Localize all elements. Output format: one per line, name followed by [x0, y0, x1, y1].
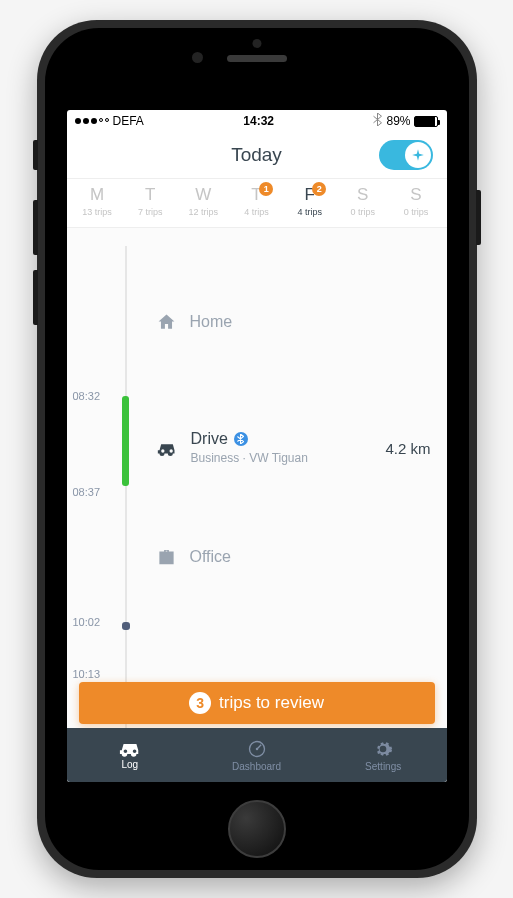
- review-count-badge: 3: [189, 692, 211, 714]
- drive-segment: [122, 396, 129, 486]
- day-tue[interactable]: T 7 trips: [124, 185, 177, 217]
- front-camera: [192, 52, 203, 63]
- trip-label: Drive: [191, 430, 228, 448]
- clock: 14:32: [243, 114, 274, 128]
- day-thu[interactable]: T 4 trips 1: [230, 185, 283, 217]
- tab-log[interactable]: Log: [67, 728, 194, 782]
- tab-bar: Log Dashboard Settings: [67, 728, 447, 782]
- svg-point-1: [255, 747, 258, 750]
- battery-pct: 89%: [386, 114, 410, 128]
- battery-icon: [414, 116, 438, 127]
- tab-dashboard[interactable]: Dashboard: [193, 728, 320, 782]
- review-banner[interactable]: 3 trips to review: [79, 682, 435, 724]
- bluetooth-badge-icon: [234, 432, 248, 446]
- status-bar: DEFA 14:32 89%: [67, 110, 447, 132]
- day-sat[interactable]: S 0 trips: [336, 185, 389, 217]
- location-icon: [411, 148, 425, 162]
- time-label: 08:32: [73, 390, 101, 402]
- earpiece: [227, 55, 287, 62]
- timeline-trip-drive[interactable]: Drive Business · VW Tiguan 4.2 km: [157, 430, 431, 466]
- tab-settings[interactable]: Settings: [320, 728, 447, 782]
- mute-switch: [33, 140, 38, 170]
- car-icon: [119, 740, 141, 757]
- trip-distance: 4.2 km: [385, 440, 430, 457]
- page-title: Today: [231, 144, 282, 166]
- timeline-marker: [122, 622, 130, 630]
- tracking-toggle[interactable]: [379, 140, 433, 170]
- day-sun[interactable]: S 0 trips: [389, 185, 442, 217]
- time-label: 08:37: [73, 486, 101, 498]
- bluetooth-icon: [373, 113, 382, 129]
- phone-frame: DEFA 14:32 89% Today: [37, 20, 477, 878]
- proximity-sensor: [252, 39, 261, 48]
- day-fri[interactable]: F 4 trips 2: [283, 185, 336, 217]
- gear-icon: [373, 739, 393, 759]
- stop-label: Office: [190, 548, 232, 566]
- home-button[interactable]: [228, 800, 286, 858]
- car-icon: [157, 440, 177, 457]
- stop-label: Home: [190, 313, 233, 331]
- home-icon: [157, 312, 176, 331]
- day-wed[interactable]: W 12 trips: [177, 185, 230, 217]
- day-mon[interactable]: M 13 trips: [71, 185, 124, 217]
- signal-indicator: [75, 118, 109, 124]
- trip-sublabel: Business · VW Tiguan: [191, 451, 308, 465]
- time-label: 10:13: [73, 668, 101, 680]
- week-selector: M 13 trips T 7 trips W 12 trips T 4 trip…: [67, 178, 447, 228]
- briefcase-icon: [157, 548, 176, 566]
- gauge-icon: [247, 739, 267, 759]
- review-text: trips to review: [219, 693, 324, 713]
- time-label: 10:02: [73, 616, 101, 628]
- header: Today: [67, 132, 447, 178]
- volume-up: [33, 200, 38, 255]
- power-button: [476, 190, 481, 245]
- timeline-stop-office[interactable]: Office: [157, 548, 431, 566]
- carrier-label: DEFA: [113, 114, 144, 128]
- timeline-stop-home[interactable]: Home: [157, 312, 431, 331]
- screen: DEFA 14:32 89% Today: [67, 110, 447, 782]
- timeline[interactable]: Home 08:32 08:37 Drive: [67, 228, 447, 782]
- volume-down: [33, 270, 38, 325]
